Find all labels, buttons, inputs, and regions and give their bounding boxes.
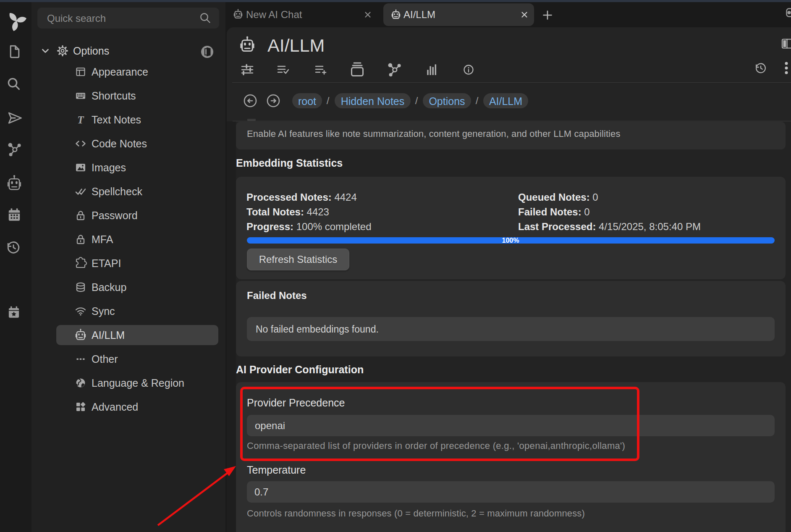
svg-text:T: T [77,114,84,126]
